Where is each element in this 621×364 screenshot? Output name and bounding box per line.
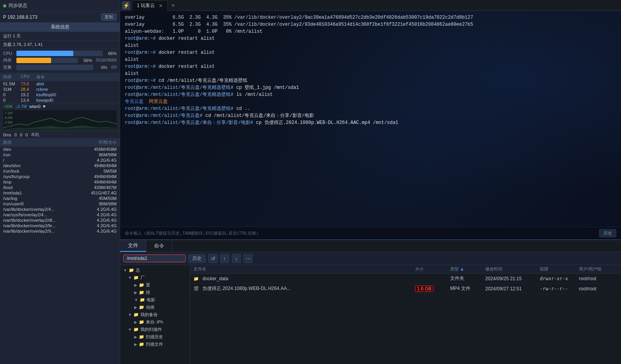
proc-col-mem-header: 内存 xyxy=(3,74,21,80)
disk-row[interactable]: /tmp 494M/494M xyxy=(0,179,120,185)
tree-item-9[interactable]: ▶ 📁 扫描历史 xyxy=(120,333,190,341)
tree-item-7[interactable]: ▶ 📁 来自: iPh xyxy=(120,318,190,326)
disk-row[interactable]: /boot 439M/487M xyxy=(0,185,120,190)
tree-item-6[interactable]: ▼ 📁 我的备份 xyxy=(120,311,190,318)
net-chart: 7.1M 4.0M 2.5M xyxy=(3,110,117,130)
file-perms-0: drwxr-xr-x xyxy=(540,276,579,281)
disk-row[interactable]: / 4.2G/6.4G xyxy=(0,157,120,163)
file-name-0: 📁 docker_data xyxy=(193,276,415,281)
tree-item-8[interactable]: ▼ 📁 我的扫描件 xyxy=(120,326,190,333)
file-history-button[interactable]: 历史 xyxy=(188,254,206,263)
tree-item-10[interactable]: ▶ 📁 扫描文件 xyxy=(120,341,190,348)
col-size-header[interactable]: 大小 xyxy=(415,266,450,272)
proc-name-3[interactable]: kswapd0 xyxy=(36,98,117,102)
terminal-icon[interactable]: ⚡ xyxy=(122,1,130,10)
disk-row[interactable]: /var/sys/fs/overlay2/4... 4.2G/6.4G xyxy=(0,212,120,217)
disk-row[interactable]: /var/lib/docker/overlay2/fe... 4.2G/6.4G xyxy=(0,223,120,228)
file-tab-file[interactable]: 文件 xyxy=(120,240,146,252)
tree-label-10: 扫描文件 xyxy=(146,341,163,347)
disk-row[interactable]: /var/lib/docker/overlay2/df... 4.2G/6.4G xyxy=(0,217,120,223)
disk-row[interactable]: /var/lib/docker/overlay2/4... 4.2G/6.4G xyxy=(0,207,120,212)
copy-ip-button[interactable]: 复制 xyxy=(101,13,117,21)
tab-add-button[interactable]: + xyxy=(169,2,177,9)
tree-label-4: 电影 xyxy=(147,297,155,303)
term-line-11: root@arm:/mnt/alist/夸克云盘/夸克精选壁纸# ls /mnt… xyxy=(125,91,616,98)
load-text: 负载 2.78, 2.47, 1.41 xyxy=(3,42,43,47)
proc-mem-1: 31M xyxy=(3,87,21,92)
disk-col-path-header: 路径 xyxy=(3,140,82,145)
expand-icon-2: ▶ xyxy=(134,283,137,287)
tree-item-0[interactable]: ▼ 📁 总 xyxy=(120,267,190,274)
proc-col-name-header: 命令 xyxy=(36,74,117,80)
swap-value: 0% xyxy=(96,65,107,70)
proc-name-2[interactable]: ksoftirqd/0 xyxy=(36,92,117,97)
col-name-header[interactable]: 文件名 xyxy=(193,266,415,272)
tree-item-5[interactable]: ▶ 📁 动画 xyxy=(120,304,190,311)
file-body: ▼ 📁 总 ▼ 📁 厂 ▶ 📁 置 ▶ 📁 排 xyxy=(120,265,621,364)
proc-row[interactable]: 0 13.4 kswapd0 xyxy=(0,97,120,103)
file-path-input[interactable] xyxy=(123,254,186,262)
tree-item-1[interactable]: ▼ 📁 厂 xyxy=(120,274,190,281)
term-line-1: overlay 6.5G 2.3G 4.3G 35% /var/lib/dock… xyxy=(125,21,616,28)
proc-row[interactable]: 51.5M 73.8 alist xyxy=(0,81,120,87)
uptime-text: 运行 1 天 xyxy=(3,34,21,38)
col-perms-header: 权限 xyxy=(540,266,579,272)
terminal-input-bar: 命令输入（按ALT键提示历史,TAB键路径,ESC键返回,双击CTRL切换） 历… xyxy=(120,227,621,239)
file-tree: ▼ 📁 总 ▼ 📁 厂 ▶ 📁 置 ▶ 📁 排 xyxy=(120,265,190,364)
folder-icon-3: 📁 xyxy=(139,290,144,295)
disk-row[interactable]: /dev 458M/458M xyxy=(0,147,120,152)
terminal-content[interactable]: overlay 6.5G 2.3G 4.3G 35% /var/lib/dock… xyxy=(120,11,621,227)
disk-row[interactable]: /run/lock 5M/5M xyxy=(0,168,120,174)
tree-label-0: 总 xyxy=(136,267,140,273)
expand-icon-4: ▼ xyxy=(134,298,138,302)
term-line-6: alist xyxy=(125,56,616,63)
file-type-1: MP4 文件 xyxy=(450,285,485,292)
tree-label-2: 置 xyxy=(146,282,150,288)
terminal-tab-0[interactable]: 1 玩客云 ✕ xyxy=(132,0,168,11)
net-download: ↓3.7M xyxy=(15,104,27,109)
file-row-0[interactable]: 📁 docker_data 文件夹 2024/09/25 21:15 drwxr… xyxy=(190,274,621,284)
sort-arrow-icon: ▲ xyxy=(460,267,464,271)
proc-name-1[interactable]: rclone xyxy=(36,87,117,92)
disk-row[interactable]: /sys/fs/cgroup 494M/494M xyxy=(0,174,120,179)
proc-cpu-2: 19.2 xyxy=(21,92,36,97)
file-row-1[interactable]: 🎬 负债得正.2024.1080p.WEB-DL.H264.AA... 1.6 … xyxy=(190,284,621,294)
disk-row[interactable]: /var/log 45M/50M xyxy=(0,196,120,201)
proc-name-0[interactable]: alist xyxy=(36,81,117,86)
col-type-header[interactable]: 类型 ▲ xyxy=(450,266,485,272)
disk-list: /dev 458M/458M /run 86M/98M / 4.2G/6.4G … xyxy=(0,147,120,364)
disk-row[interactable]: /run 86M/98M xyxy=(0,152,120,157)
history-button[interactable]: 历史 xyxy=(599,229,616,237)
sync-indicator xyxy=(3,4,6,7)
disk-row[interactable]: /run/user/0 98M/98M xyxy=(0,201,120,207)
disk-row[interactable]: /dev/shm 494M/494M xyxy=(0,163,120,168)
proc-row[interactable]: 31M 28.4 rclone xyxy=(0,87,120,92)
upload-button[interactable]: ↑ xyxy=(220,254,229,263)
file-tab-cmd[interactable]: 命令 xyxy=(146,240,172,251)
net-chart-vals: 7.1M 4.0M 2.5M xyxy=(5,111,12,124)
tab-close-0[interactable]: ✕ xyxy=(159,3,163,9)
folder-icon-9: 📁 xyxy=(139,334,144,339)
tree-item-2[interactable]: ▶ 📁 置 xyxy=(120,281,190,289)
svg-rect-0 xyxy=(3,110,117,130)
terminal-area[interactable]: overlay 6.5G 2.3G 4.3G 35% /var/lib/dock… xyxy=(120,11,621,239)
tree-item-3[interactable]: ▶ 📁 排 xyxy=(120,289,190,296)
expand-icon-1: ▼ xyxy=(128,276,132,280)
refresh-button[interactable]: ↺ xyxy=(208,254,218,263)
sys-info-bar[interactable]: 系统信息 xyxy=(0,23,120,32)
net-val-1: 4.0M xyxy=(5,116,12,120)
disk-row[interactable]: /mnt/sda1 451G/457.4G xyxy=(0,190,120,196)
more-button[interactable]: ⋯ xyxy=(243,254,253,263)
tree-item-4[interactable]: ▼ 📁 电影 xyxy=(120,296,190,304)
folder-icon: 📁 xyxy=(193,276,199,281)
term-line-2: aliyun-webdav: 1.0P 0 1.0P 0% /mnt/alist xyxy=(125,28,616,35)
file-name-1: 🎬 负债得正.2024.1080p.WEB-DL.H264.AA... xyxy=(193,285,415,292)
proc-row[interactable]: 0 19.2 ksoftirqd/0 xyxy=(0,92,120,97)
tree-label-7: 来自: iPh xyxy=(146,319,163,325)
ping-zero-2: 0 xyxy=(25,133,28,137)
net-dropdown-icon[interactable]: ▼ xyxy=(42,104,46,109)
disk-col-size-header: 可用/大小 xyxy=(82,140,117,145)
download-button[interactable]: ↓ xyxy=(232,254,241,263)
disk-row[interactable]: /var/lib/docker/overlay2/9... 4.2G/6.4G xyxy=(0,228,120,234)
mem-bar-wrap xyxy=(16,58,78,63)
